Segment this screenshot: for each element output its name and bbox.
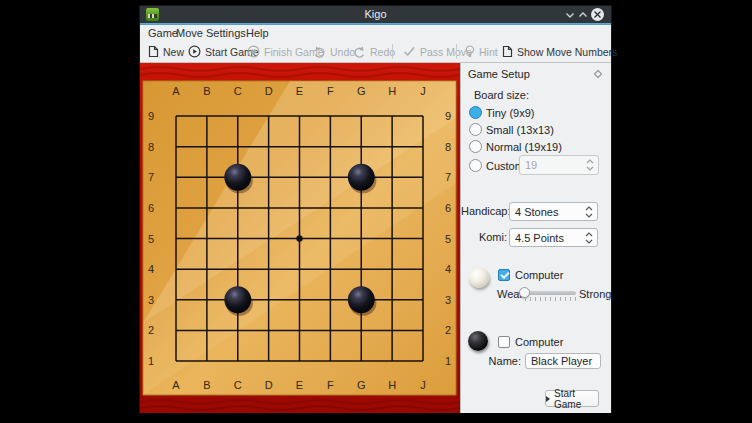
game-setup-panel: Game Setup Board size: Tiny (9x9) Small … — [460, 63, 611, 413]
chevron-up-icon — [576, 8, 590, 22]
black-name-field[interactable]: Black Player — [525, 353, 601, 369]
board-column-label: E — [296, 85, 303, 97]
board-column-label: B — [203, 85, 210, 97]
board-row-label: 2 — [148, 324, 154, 336]
toolbar-separator — [392, 44, 393, 59]
board-column-label: J — [420, 379, 426, 391]
board-row-label: 7 — [445, 171, 451, 183]
custom-size-spinbox[interactable]: 19 — [519, 155, 599, 175]
start-game-button[interactable]: Start Game — [545, 390, 599, 407]
spinbox-arrows-icon[interactable] — [584, 158, 596, 172]
minimize-button[interactable] — [563, 8, 577, 22]
radio-normal-label[interactable]: Normal (19x19) — [486, 141, 562, 153]
board-column-label: G — [357, 85, 366, 97]
go-board[interactable]: AABBCCDDEEFFGGHHJJ998877665544332211 — [140, 63, 460, 413]
document-new-icon — [148, 45, 159, 58]
redo-button[interactable]: Redo — [353, 41, 395, 62]
go-stone-black — [224, 164, 251, 191]
toolbar-separator — [456, 44, 457, 59]
radio-normal[interactable] — [469, 140, 482, 153]
window-title: Kigo — [140, 6, 611, 23]
board-row-label: 1 — [445, 355, 451, 367]
white-computer-label[interactable]: Computer — [515, 269, 563, 281]
board-column-label: H — [388, 85, 396, 97]
board-row-label: 3 — [445, 294, 451, 306]
handicap-spinbox[interactable]: 4 Stones — [509, 202, 598, 221]
white-computer-checkbox[interactable] — [498, 269, 510, 281]
radio-custom[interactable] — [469, 159, 482, 172]
frame-wave-texture — [140, 406, 460, 410]
handicap-label: Handicap: — [461, 205, 507, 217]
undo-icon — [313, 46, 326, 58]
panel-title: Game Setup — [468, 67, 530, 81]
board-column-label: F — [327, 85, 334, 97]
board-size-label: Board size: — [474, 89, 529, 101]
board-row-label: 8 — [445, 141, 451, 153]
menu-game[interactable]: Game — [148, 25, 178, 41]
radio-tiny[interactable] — [469, 106, 482, 119]
board-row-label: 6 — [148, 202, 154, 214]
radio-tiny-label[interactable]: Tiny (9x9) — [486, 107, 535, 119]
go-stone-black — [348, 164, 375, 191]
frame-wave-texture — [140, 67, 460, 71]
board-row-label: 8 — [148, 141, 154, 153]
close-button[interactable] — [591, 8, 604, 21]
maximize-button[interactable] — [576, 8, 590, 22]
board-row-label: 6 — [445, 202, 451, 214]
hint-button[interactable]: Hint — [465, 41, 498, 62]
radio-small-label[interactable]: Small (13x13) — [486, 124, 554, 136]
strength-slider-ticks — [525, 297, 576, 301]
menu-settings[interactable]: Settings — [206, 25, 246, 41]
name-label: Name: — [481, 355, 521, 367]
board-row-label: 9 — [148, 110, 154, 122]
menu-help[interactable]: Help — [246, 25, 269, 41]
undo-button[interactable]: Undo — [313, 41, 355, 62]
board-row-label: 4 — [148, 263, 154, 275]
radio-small[interactable] — [469, 123, 482, 136]
lightbulb-icon — [465, 45, 475, 58]
board-star-point — [296, 235, 302, 241]
menu-move[interactable]: Move — [176, 25, 203, 41]
go-board-svg: AABBCCDDEEFFGGHHJJ998877665544332211 — [140, 63, 460, 413]
board-column-label: A — [172, 85, 180, 97]
spinbox-arrows-icon[interactable] — [583, 205, 595, 219]
chevron-down-icon — [563, 8, 577, 22]
board-column-label: F — [327, 379, 334, 391]
board-row-label: 2 — [445, 324, 451, 336]
kigo-window: Kigo Game Move Settings Help New Start G… — [140, 6, 611, 412]
close-icon — [594, 11, 601, 18]
white-stone-image — [469, 268, 489, 288]
black-computer-label[interactable]: Computer — [515, 336, 563, 348]
show-move-numbers-button[interactable]: Show Move Numbers — [502, 41, 617, 62]
go-stone-black — [224, 286, 251, 313]
board-column-label: J — [420, 85, 426, 97]
check-icon — [403, 46, 416, 57]
komi-label: Komi: — [461, 231, 507, 243]
new-button[interactable]: New — [148, 41, 184, 62]
black-computer-checkbox[interactable] — [498, 336, 510, 348]
board-column-label: A — [172, 379, 180, 391]
frame-wave-texture — [140, 73, 460, 77]
frame-wave-texture — [140, 400, 460, 404]
pass-move-button[interactable]: Pass Move — [403, 41, 472, 62]
board-row-label: 1 — [148, 355, 154, 367]
main-content: AABBCCDDEEFFGGHHJJ998877665544332211 Gam… — [140, 62, 611, 412]
dock-float-icon[interactable] — [594, 70, 602, 78]
stop-circle-icon — [247, 45, 260, 58]
board-row-label: 5 — [148, 233, 154, 245]
board-column-label: C — [234, 85, 242, 97]
go-stone-black — [348, 286, 375, 313]
play-circle-icon — [188, 45, 201, 58]
board-row-label: 9 — [445, 110, 451, 122]
board-column-label: E — [296, 379, 303, 391]
redo-icon — [353, 46, 366, 58]
move-numbers-icon — [502, 45, 513, 58]
strength-slider-track[interactable] — [529, 291, 576, 295]
board-row-label: 5 — [445, 233, 451, 245]
menubar: Game Move Settings Help — [140, 25, 611, 41]
titlebar[interactable]: Kigo — [140, 6, 611, 23]
spinbox-arrows-icon[interactable] — [583, 231, 595, 245]
board-column-label: G — [357, 379, 366, 391]
komi-spinbox[interactable]: 4.5 Points — [509, 228, 598, 247]
board-column-label: D — [265, 85, 273, 97]
